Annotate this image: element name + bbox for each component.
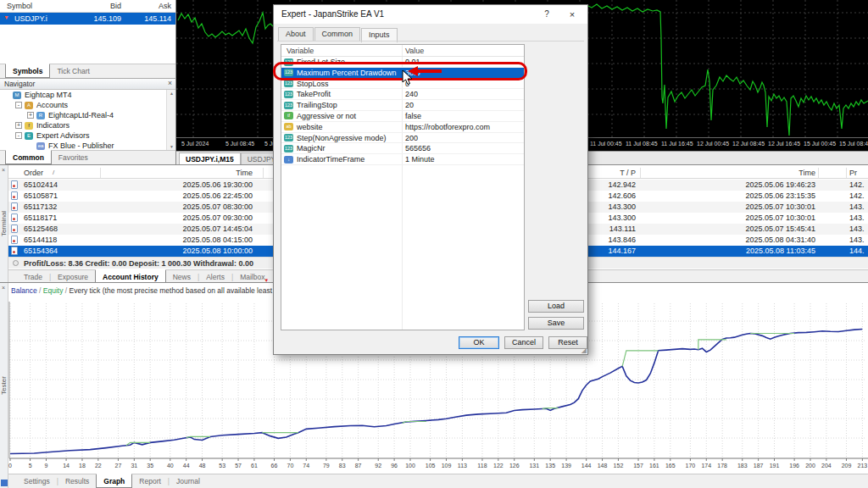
x-tick-label: 27 xyxy=(115,463,122,469)
x-tick-label: 79 xyxy=(323,463,330,469)
tree-item-fx-blue-publisher[interactable]: eaFX Blue - Publisher xyxy=(0,141,166,150)
column-price[interactable]: Pr xyxy=(849,169,868,177)
order-id: 65118171 xyxy=(24,214,57,222)
column-variable[interactable]: Variable xyxy=(287,47,314,55)
scroll-down-icon[interactable]: ▼ xyxy=(168,144,175,149)
terminal-side-label: Terminal xyxy=(0,211,8,236)
terminal-tab-news[interactable]: News xyxy=(166,270,198,283)
input-row-indicatortimeframe[interactable]: ↓IndicatorTimeFrame1 Minute xyxy=(281,154,524,165)
column-divider xyxy=(263,168,264,178)
tree-item-accounts[interactable]: -AAccounts xyxy=(0,100,166,110)
x-tick-label: 209 xyxy=(842,463,852,469)
close-time: 2025.05.07 10:30:01 xyxy=(687,214,815,222)
collapse-icon[interactable]: - xyxy=(15,132,22,139)
cancel-button[interactable]: Cancel xyxy=(504,336,543,349)
tester-tab-settings[interactable]: Settings xyxy=(17,474,57,487)
order-doc-icon xyxy=(11,247,18,255)
x-tick-label: 44 xyxy=(183,463,190,469)
column-ask[interactable]: Ask xyxy=(124,2,171,10)
tree-item-eightcap-mt4[interactable]: MEightcap MT4 xyxy=(0,90,166,100)
close-icon[interactable]: × xyxy=(168,79,172,87)
x-tick-label: 144 xyxy=(581,463,592,469)
order-id: 65125468 xyxy=(24,225,58,233)
scroll-up-icon[interactable]: ▲ xyxy=(168,91,175,96)
close-time: 2025.05.07 10:30:01 xyxy=(687,202,815,211)
input-row-website[interactable]: abwebsitehttps://robotforexpro.com xyxy=(281,122,524,133)
input-type-icon: 123 xyxy=(284,91,293,98)
close-time: 2025.05.08 11:03:45 xyxy=(687,247,815,255)
x-tick-label: 92 xyxy=(375,463,381,469)
x-tick-label: 178 xyxy=(717,463,727,469)
input-row-magicnr[interactable]: 123MagicNr565656 xyxy=(281,143,524,154)
navigator-tab-favorites[interactable]: Favorites xyxy=(52,151,95,164)
x-tick-label: 57 xyxy=(235,463,242,469)
save-button[interactable]: Save xyxy=(528,317,584,330)
tree-item-indicators[interactable]: +fIndicators xyxy=(0,120,166,130)
symbol-name: USDJPY.i xyxy=(14,14,47,23)
input-variable: Step(NonAgressive mode) xyxy=(297,134,387,142)
x-tick-label: 35 xyxy=(147,463,153,469)
input-variable: Aggressive or not xyxy=(297,112,356,120)
terminal-tab-exposure[interactable]: Exposure xyxy=(51,270,95,283)
ok-button[interactable]: OK xyxy=(459,336,499,349)
close-icon[interactable]: × xyxy=(562,5,582,24)
tester-tab-graph[interactable]: Graph xyxy=(96,474,132,488)
tree-item-eightcapltd-real-4[interactable]: +REightcapLtd-Real-4 xyxy=(0,110,166,120)
tree-item-label: EightcapLtd-Real-4 xyxy=(48,111,114,119)
market-watch-tab-tick-chart[interactable]: Tick Chart xyxy=(50,64,96,77)
dialog-titlebar[interactable]: Expert - JapanStrike EA V1 ? × xyxy=(274,5,587,24)
time-axis-label: 11 Jul 16:45 xyxy=(661,141,693,147)
input-row-takeprofit[interactable]: 123TakeProfit240 xyxy=(281,89,524,100)
input-type-icon: 123 xyxy=(284,80,293,87)
resize-grip-icon[interactable]: ◢ xyxy=(581,347,587,354)
navigator-scrollbar[interactable]: ▲ ▼ xyxy=(166,90,175,150)
close-time: 2025.05.06 19:46:23 xyxy=(687,180,815,189)
terminal-tab-trade[interactable]: Trade xyxy=(17,270,49,283)
close-icon[interactable]: × xyxy=(2,285,5,291)
close-time: 2025.05.07 15:45:41 xyxy=(687,225,815,233)
x-tick-label: 170 xyxy=(686,463,696,469)
tester-tab-results[interactable]: Results xyxy=(58,474,96,487)
market-watch-tab-symbols[interactable]: Symbols xyxy=(5,64,50,78)
column-divider xyxy=(846,168,847,178)
x-tick-label: 157 xyxy=(633,463,643,469)
input-value: https://robotforexpro.com xyxy=(405,123,490,131)
help-icon[interactable]: ? xyxy=(537,5,557,24)
column-bid[interactable]: Bid xyxy=(75,2,121,10)
input-row-trailingstop[interactable]: 123TrailingStop20 xyxy=(281,100,524,111)
input-row-aggressive-or-not[interactable]: tfAggressive or notfalse xyxy=(281,111,524,122)
dialog-tab-common[interactable]: Common xyxy=(314,27,361,41)
column-divider xyxy=(640,168,641,178)
order-doc-icon xyxy=(11,191,18,200)
column-order[interactable]: Order xyxy=(24,169,43,177)
column-value[interactable]: Value xyxy=(405,47,424,55)
tree-item-expert-advisors[interactable]: -EExpert Advisors xyxy=(0,130,166,141)
input-row-step-nonagressive-mode[interactable]: 123Step(NonAgressive mode)200 xyxy=(281,133,524,144)
x-tick-label: 9 xyxy=(45,463,48,469)
close-icon[interactable]: × xyxy=(2,167,5,173)
tester-tab-journal[interactable]: Journal xyxy=(170,474,207,487)
market-watch-row-usdjpy-i[interactable]: ▼USDJPY.i145.109145.114 xyxy=(0,13,175,25)
tester-tab-report[interactable]: Report xyxy=(132,474,168,487)
navigator-title: Navigator xyxy=(4,80,35,88)
order-id: 65117132 xyxy=(24,202,57,211)
order-id: 65144118 xyxy=(24,236,57,244)
time-axis-label: 5 Jul 2024 xyxy=(181,141,209,147)
collapse-icon[interactable]: - xyxy=(15,102,22,108)
x-tick-label: 183 xyxy=(737,463,748,469)
expert-settings-dialog: Expert - JapanStrike EA V1 ? × AboutComm… xyxy=(273,4,588,355)
expand-icon[interactable]: + xyxy=(15,122,22,129)
symbol-arrow-icon: ▼ xyxy=(3,14,9,20)
load-button[interactable]: Load xyxy=(528,300,584,313)
navigator-tab-common[interactable]: Common xyxy=(5,150,52,164)
order-id: 65102414 xyxy=(24,180,58,189)
column-close-time[interactable]: Time xyxy=(687,169,815,177)
column-symbol[interactable]: Symbol xyxy=(7,2,32,10)
expand-icon[interactable]: + xyxy=(27,112,34,119)
chart-tab-usdjpy-i-m15[interactable]: USDJPY.i,M15 xyxy=(179,152,241,165)
terminal-tab-alerts[interactable]: Alerts xyxy=(199,270,231,283)
x-tick-label: 22 xyxy=(95,463,102,469)
server-icon: M xyxy=(13,92,21,99)
dialog-tab-about[interactable]: About xyxy=(278,27,314,41)
column-open-time[interactable]: Time xyxy=(136,169,253,177)
